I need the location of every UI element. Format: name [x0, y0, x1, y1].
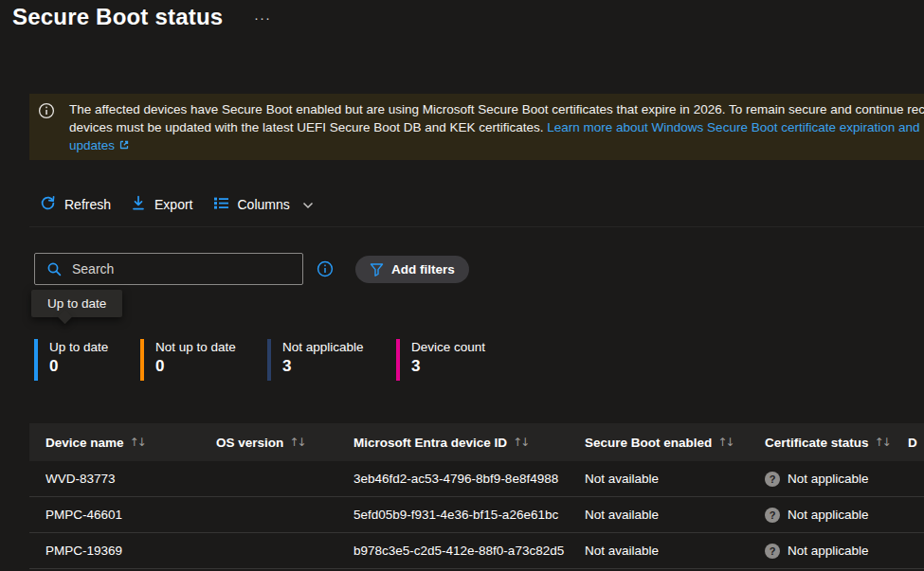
filter-icon [370, 262, 384, 277]
search-info-icon[interactable] [317, 260, 334, 277]
banner-line-1: The affected devices have Secure Boot en… [69, 100, 924, 118]
entra-device-id-cell: 5efd05b9-f931-4e36-bf15-a26e61bc [353, 497, 585, 532]
banner-line-2-text: devices must be updated with the latest … [69, 120, 544, 134]
search-input[interactable] [70, 260, 302, 277]
external-link-icon [118, 137, 130, 155]
certificate-warning-banner: The affected devices have Secure Boot en… [29, 94, 924, 160]
device-name-cell: PMPC-19369 [45, 533, 216, 568]
question-mark-icon: ? [765, 508, 780, 523]
divider [29, 226, 924, 227]
certificate-status-cell: ? Not applicable [765, 461, 908, 496]
banner-text: The affected devices have Secure Boot en… [69, 100, 924, 155]
table-row[interactable]: PMPC-19369 b978c3e5-c2d5-412e-88f0-a73c8… [29, 533, 924, 569]
clipped-cell [908, 497, 924, 532]
learn-more-link[interactable]: Learn more about Windows Secure Boot cer… [547, 120, 919, 134]
column-header-secure-boot-enabled[interactable]: Secure Boot enabled↑↓ [585, 423, 765, 461]
chevron-down-icon [302, 197, 314, 212]
stat-value: 0 [49, 355, 108, 378]
refresh-icon [40, 195, 56, 214]
stat-up-to-date[interactable]: Up to date 0 [34, 339, 108, 381]
refresh-label: Refresh [64, 197, 111, 212]
secure-boot-enabled-cell: Not available [585, 497, 765, 532]
device-name-cell: WVD-83773 [45, 461, 216, 496]
clipped-cell [908, 533, 924, 568]
toolbar: Refresh Export Columns [40, 192, 314, 217]
table-body: WVD-83773 3eb46fd2-ac53-4796-8bf9-8e8f49… [29, 461, 924, 569]
sort-icon: ↑↓ [289, 436, 304, 449]
secure-boot-enabled-cell: Not available [585, 461, 765, 496]
export-button[interactable]: Export [131, 195, 192, 214]
stat-value: 3 [282, 355, 364, 378]
tooltip-caret [58, 310, 73, 325]
device-name-cell: PMPC-46601 [45, 497, 216, 532]
stat-not-applicable[interactable]: Not applicable 3 [267, 339, 364, 381]
stat-value: 3 [411, 355, 485, 378]
table-header: Device name↑↓ OS version↑↓ Microsoft Ent… [29, 423, 924, 461]
os-version-cell [216, 461, 353, 496]
export-icon [131, 195, 146, 214]
os-version-cell [216, 533, 353, 568]
sort-icon: ↑↓ [875, 436, 890, 449]
stat-label: Device count [411, 339, 485, 355]
column-header-os-version[interactable]: OS version↑↓ [216, 423, 353, 461]
table-row[interactable]: WVD-83773 3eb46fd2-ac53-4796-8bf9-8e8f49… [29, 461, 924, 497]
stat-label: Not up to date [155, 339, 236, 355]
add-filters-button[interactable]: Add filters [355, 256, 469, 283]
column-header-certificate-status[interactable]: Certificate status↑↓ [765, 423, 908, 461]
search-icon [46, 261, 63, 277]
entra-device-id-cell: 3eb46fd2-ac53-4796-8bf9-8e8f4988 [353, 461, 585, 496]
table-row[interactable]: PMPC-46601 5efd05b9-f931-4e36-bf15-a26e6… [29, 497, 924, 533]
add-filters-label: Add filters [391, 262, 455, 277]
learn-more-link-continued[interactable]: updates [69, 138, 130, 152]
column-header-clipped[interactable]: D↑↓ [908, 423, 924, 461]
page-title: Secure Boot status [12, 4, 223, 30]
sort-icon: ↑↓ [130, 436, 145, 449]
stat-not-up-to-date[interactable]: Not up to date 0 [140, 339, 236, 381]
search-box [34, 253, 303, 285]
tooltip-text: Up to date [47, 296, 106, 311]
sort-icon: ↑↓ [717, 436, 733, 449]
columns-icon [213, 196, 229, 213]
sort-icon: ↑↓ [513, 436, 528, 449]
clipped-cell [908, 461, 924, 496]
info-icon [38, 102, 55, 123]
secure-boot-enabled-cell: Not available [585, 533, 765, 568]
export-label: Export [154, 197, 192, 212]
stat-label: Not applicable [282, 339, 364, 355]
certificate-status-cell: ? Not applicable [765, 533, 908, 568]
banner-line-2: devices must be updated with the latest … [69, 118, 924, 136]
question-mark-icon: ? [765, 472, 780, 487]
columns-label: Columns [238, 197, 290, 212]
page: Secure Boot status ··· The affected devi… [0, 0, 924, 571]
entra-device-id-cell: b978c3e5-c2d5-412e-88f0-a73c82d5 [353, 533, 585, 568]
banner-line-3: updates [69, 136, 924, 155]
column-header-entra-device-id[interactable]: Microsoft Entra device ID↑↓ [353, 423, 585, 461]
certificate-status-cell: ? Not applicable [765, 497, 908, 532]
stat-label: Up to date [49, 339, 108, 355]
more-options-button[interactable]: ··· [250, 6, 275, 29]
refresh-button[interactable]: Refresh [40, 195, 111, 214]
up-to-date-tooltip: Up to date [31, 290, 122, 317]
stat-value: 0 [155, 355, 236, 378]
columns-button[interactable]: Columns [213, 196, 314, 213]
stat-device-count[interactable]: Device count 3 [396, 339, 485, 381]
question-mark-icon: ? [765, 544, 780, 559]
column-header-device-name[interactable]: Device name↑↓ [45, 423, 216, 461]
os-version-cell [216, 497, 353, 532]
